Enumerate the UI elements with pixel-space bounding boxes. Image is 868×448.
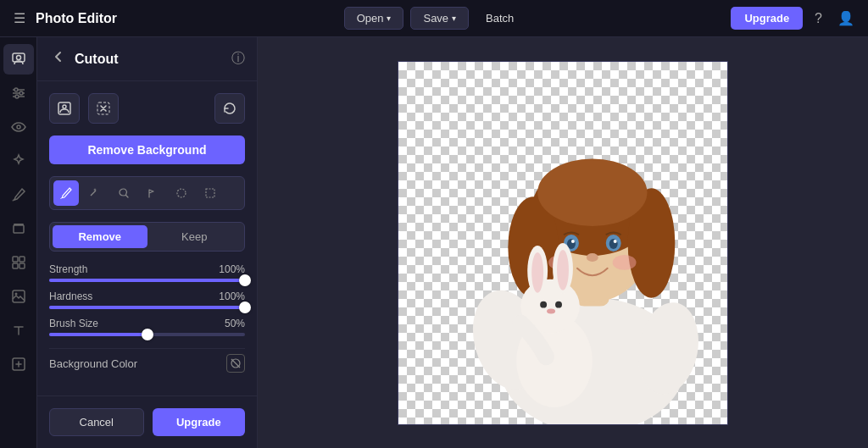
help-icon[interactable]: ? (811, 8, 826, 30)
panel-content: Remove Background (37, 81, 257, 390)
flag-draw-tool[interactable] (140, 180, 165, 206)
strength-label-row: Strength 100% (49, 263, 245, 275)
remove-toggle-button[interactable]: Remove (53, 225, 147, 248)
svg-point-6 (19, 91, 23, 95)
strength-slider-fill (49, 279, 245, 282)
svg-point-42 (613, 254, 637, 269)
brush-draw-tool[interactable] (53, 180, 79, 206)
rect-select-tool[interactable] (198, 180, 223, 206)
save-button[interactable]: Save ▾ (410, 7, 469, 30)
brush-size-label-row: Brush Size 50% (49, 318, 245, 329)
cancel-button[interactable]: Cancel (49, 408, 144, 436)
brush-size-slider-track[interactable] (49, 333, 245, 336)
svg-rect-10 (14, 224, 24, 225)
strength-label: Strength (49, 263, 87, 275)
slider-group: Strength 100% Hardness 100% (49, 263, 245, 336)
svg-point-39 (614, 240, 617, 243)
svg-point-50 (555, 301, 562, 307)
panel-header: Cutout ⓘ (37, 37, 257, 81)
svg-point-1 (16, 56, 20, 60)
panel-title: Cutout (75, 52, 225, 67)
hardness-label: Hardness (49, 290, 92, 302)
svg-point-7 (15, 95, 19, 98)
hardness-label-row: Hardness 100% (49, 290, 245, 302)
bg-color-swatch[interactable] (226, 354, 245, 373)
rail-icon-effects[interactable] (3, 146, 34, 176)
svg-point-33 (537, 158, 647, 226)
open-button[interactable]: Open ▾ (344, 7, 404, 30)
strength-slider-thumb[interactable] (239, 274, 251, 286)
strength-slider-row: Strength 100% (49, 263, 245, 282)
hardness-value: 100% (219, 290, 245, 302)
user-icon[interactable]: 👤 (834, 7, 858, 30)
rail-icon-eye[interactable] (3, 112, 34, 142)
rail-icon-adjustments[interactable] (3, 78, 34, 108)
svg-point-48 (557, 249, 569, 290)
upgrade-panel-button[interactable]: Upgrade (153, 408, 246, 436)
svg-point-5 (14, 88, 18, 91)
svg-point-8 (17, 125, 20, 129)
svg-rect-11 (13, 257, 18, 262)
image-container (398, 61, 728, 425)
svg-rect-14 (19, 263, 25, 268)
bottom-actions: Cancel Upgrade (37, 395, 257, 448)
hardness-slider-thumb[interactable] (239, 301, 251, 313)
drawing-tools-row (49, 176, 245, 210)
back-button[interactable] (49, 47, 68, 70)
rail-icon-layers[interactable] (3, 213, 34, 244)
keep-toggle-button[interactable]: Keep (147, 225, 242, 248)
hardness-slider-track[interactable] (49, 306, 245, 309)
hardness-slider-row: Hardness 100% (49, 290, 245, 309)
upgrade-button[interactable]: Upgrade (731, 7, 803, 30)
menu-icon[interactable]: ☰ (10, 7, 29, 30)
remove-background-button[interactable]: Remove Background (49, 136, 245, 164)
left-panel: Cutout ⓘ (37, 37, 258, 448)
remove-keep-toggle: Remove Keep (49, 222, 245, 252)
icon-rail (0, 37, 37, 448)
svg-point-40 (587, 252, 598, 261)
hardness-slider-fill (49, 306, 245, 309)
svg-point-47 (531, 252, 543, 292)
refresh-tool-icon[interactable] (214, 93, 245, 124)
svg-point-19 (63, 105, 66, 108)
lasso-draw-tool[interactable] (111, 180, 136, 206)
info-button[interactable]: ⓘ (231, 50, 245, 68)
cutout-tool-icon[interactable] (88, 93, 119, 124)
circle-select-tool[interactable] (169, 180, 194, 206)
rail-icon-profile[interactable] (3, 44, 34, 75)
svg-rect-12 (19, 257, 25, 262)
rail-icon-text[interactable] (3, 315, 34, 346)
rail-icon-elements[interactable] (3, 247, 34, 278)
canvas-area (258, 37, 868, 448)
header-center: Open ▾ Save ▾ Batch (344, 7, 525, 30)
header-left: ☰ Photo Editor (10, 7, 344, 30)
rail-icon-image[interactable] (3, 281, 34, 312)
svg-rect-13 (13, 263, 18, 268)
svg-point-49 (540, 301, 547, 307)
strength-slider-track[interactable] (49, 279, 245, 282)
wand-draw-tool[interactable] (82, 180, 108, 206)
svg-point-21 (177, 189, 186, 197)
svg-point-38 (571, 240, 575, 243)
svg-rect-22 (206, 189, 214, 197)
child-figure-svg (398, 62, 727, 424)
bg-color-label: Background Color (49, 357, 137, 370)
background-color-row: Background Color (49, 348, 245, 378)
brush-size-slider-fill (49, 333, 147, 336)
open-dropdown-arrow: ▾ (387, 14, 391, 23)
svg-point-51 (547, 308, 555, 313)
save-dropdown-arrow: ▾ (452, 14, 456, 23)
strength-value: 100% (219, 263, 245, 275)
header-right: Upgrade ? 👤 (524, 7, 858, 30)
batch-button[interactable]: Batch (476, 8, 524, 29)
brush-size-slider-thumb[interactable] (142, 329, 153, 340)
app-title: Photo Editor (36, 11, 117, 26)
portrait-tool-icon[interactable] (49, 93, 80, 124)
brush-size-value: 50% (225, 318, 245, 329)
body: Cutout ⓘ (0, 37, 868, 448)
rail-icon-brush[interactable] (3, 180, 34, 210)
header: ☰ Photo Editor Open ▾ Save ▾ Batch Upgra… (0, 0, 868, 37)
rail-icon-add[interactable] (3, 349, 34, 379)
brush-size-slider-row: Brush Size 50% (49, 318, 245, 336)
brush-size-label: Brush Size (49, 318, 98, 329)
